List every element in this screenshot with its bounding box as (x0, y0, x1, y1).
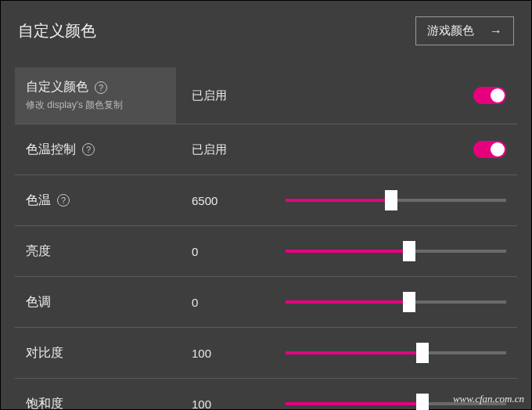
help-icon[interactable]: ? (95, 81, 107, 94)
row-saturation: 饱和度 100 (15, 379, 517, 410)
contrast-slider[interactable] (286, 345, 506, 361)
temperature-label: 色温 (26, 192, 51, 209)
hue-slider[interactable] (286, 294, 506, 310)
temp-control-label: 色温控制 (26, 142, 76, 158)
brightness-slider[interactable] (286, 243, 506, 259)
header: 自定义颜色 游戏颜色 → (1, 1, 531, 67)
custom-color-toggle[interactable] (473, 87, 506, 104)
row-contrast: 对比度 100 (15, 328, 517, 379)
hue-value: 0 (176, 296, 286, 309)
temp-control-toggle[interactable] (473, 141, 506, 158)
contrast-label: 对比度 (26, 345, 63, 361)
row-brightness: 亮度 0 (15, 226, 517, 277)
contrast-value: 100 (176, 347, 286, 360)
help-icon[interactable]: ? (82, 143, 95, 156)
arrow-right-icon: → (490, 24, 502, 38)
saturation-label: 饱和度 (26, 396, 63, 411)
help-icon[interactable]: ? (57, 194, 70, 207)
brightness-label: 亮度 (26, 243, 51, 260)
settings-rows: 自定义颜色 ? 修改 display's 颜色复制 已启用 色温控制 ? 已启用 (1, 67, 531, 410)
temp-control-status: 已启用 (176, 142, 286, 157)
brightness-value: 0 (176, 245, 286, 258)
hue-label: 色调 (26, 294, 51, 311)
temperature-value: 6500 (176, 194, 286, 207)
game-color-label: 游戏颜色 (427, 23, 474, 38)
row-temp-control[interactable]: 色温控制 ? 已启用 (15, 124, 517, 175)
saturation-value: 100 (176, 397, 286, 411)
custom-color-status: 已启用 (176, 88, 286, 103)
custom-color-sub: 修改 display's 颜色复制 (26, 99, 176, 112)
row-custom-color[interactable]: 自定义颜色 ? 修改 display's 颜色复制 已启用 (15, 67, 517, 124)
watermark: www.cfan.com.cn (453, 393, 524, 405)
row-hue: 色调 0 (15, 277, 517, 328)
custom-color-label: 自定义颜色 (26, 79, 88, 95)
temperature-slider[interactable] (286, 192, 506, 208)
page-title: 自定义颜色 (18, 20, 96, 41)
game-color-button[interactable]: 游戏颜色 → (415, 16, 514, 45)
row-temperature: 色温 ? 6500 (15, 175, 517, 226)
